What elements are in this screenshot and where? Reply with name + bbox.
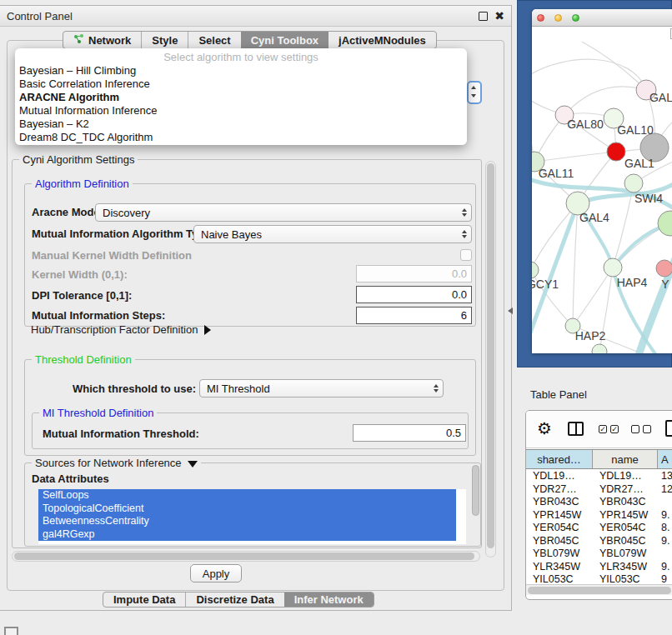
attribute-item-topologicalcoefficient[interactable]: TopologicalCoefficient	[38, 502, 456, 516]
network-view-window: GALGAL80GAL10GAL1GAL11SWI4GAL4GCY1HAP4YH…	[532, 9, 672, 353]
table-horizontal-scrollbar[interactable]	[526, 584, 672, 595]
deselect-all-checkbox-icon[interactable]	[643, 425, 651, 433]
network-icon	[73, 33, 88, 47]
network-node-y[interactable]	[656, 260, 672, 277]
algorithm-option-mutual-information-inference[interactable]: Mutual Information Inference	[15, 104, 467, 118]
network-node-hap4[interactable]	[604, 258, 622, 277]
tab-cyni-toolbox[interactable]: Cyni Toolbox	[241, 32, 328, 48]
hub-transcription-factor-expander[interactable]: Hub/Transcription Factor Definition	[31, 323, 211, 336]
algorithm-option-list: Bayesian – Hill ClimbingBasic Correlatio…	[15, 64, 467, 144]
close-window-icon[interactable]	[537, 14, 544, 22]
algorithm-option-bayesian-k2[interactable]: Bayesian – K2	[15, 118, 467, 131]
mi-algorithm-type-combo[interactable]: Naive Bayes	[193, 225, 472, 243]
control-panel-tab-bar: NetworkStyleSelectCyni ToolboxjActiveMNo…	[63, 31, 437, 49]
table-cell	[658, 548, 672, 561]
network-canvas[interactable]: GALGAL80GAL10GAL1GAL11SWI4GAL4GCY1HAP4YH…	[532, 27, 672, 353]
tab-label: Discretize Data	[196, 593, 273, 606]
float-panel-icon[interactable]	[479, 12, 488, 21]
tab-label: Impute Data	[113, 593, 175, 606]
node-label-gal4: GAL4	[579, 211, 609, 224]
mi-steps-field[interactable]	[356, 307, 472, 324]
algorithm-option-dream8-dc-tdc-algorithm[interactable]: Dream8 DC_TDC Algorithm	[15, 131, 467, 144]
column-header-shared[interactable]: shared…	[526, 450, 593, 468]
mi-threshold-field[interactable]	[353, 424, 466, 442]
kernel-width-field[interactable]	[356, 265, 472, 282]
column-header-name[interactable]: name	[593, 450, 658, 468]
attribute-item-betweennesscentrality[interactable]: BetweennessCentrality	[38, 515, 456, 528]
network-window-titlebar	[532, 9, 672, 27]
table-row[interactable]: YPR145WYPR145W9.	[526, 509, 672, 522]
mi-threshold-definition-group: MI Threshold Definition Mutual Informati…	[32, 412, 469, 449]
algorithm-dropdown-popup: Select algorithm to view settings Bayesi…	[15, 48, 467, 145]
node-label-gal: GAL	[649, 91, 672, 104]
table-panel-window: ⚙ ✓ ✓ shared…nameA YDL19…YDL19…13YDR27…Y…	[525, 410, 672, 600]
table-row[interactable]: YBR045CYBR045C9.	[526, 535, 672, 548]
network-node[interactable]	[592, 344, 607, 353]
node-label-hap2: HAP2	[575, 329, 606, 342]
algorithm-option-basic-correlation-inference[interactable]: Basic Correlation Inference	[15, 78, 467, 91]
attribute-item-selfloops[interactable]: SelfLoops	[38, 489, 456, 502]
split-columns-icon[interactable]	[568, 422, 584, 436]
gear-icon[interactable]: ⚙	[537, 418, 552, 438]
tab-jactivemnodules[interactable]: jActiveMNodules	[328, 32, 436, 48]
tab-select[interactable]: Select	[188, 32, 240, 48]
apply-button[interactable]: Apply	[190, 564, 242, 582]
table-cell: YBR045C	[593, 535, 658, 548]
tab-label: jActiveMNodules	[339, 34, 426, 47]
network-node-gcy1[interactable]	[532, 262, 539, 278]
table-row[interactable]: YDR27…YDR27…12	[526, 483, 672, 497]
dpi-tolerance-field[interactable]	[356, 286, 472, 303]
close-panel-icon[interactable]: ✖	[494, 10, 504, 22]
tab-infer-network[interactable]: Infer Network	[284, 592, 374, 607]
algorithm-definition-title: Algorithm Definition	[32, 178, 133, 190]
pane-divider-arrow-icon[interactable]	[508, 308, 513, 314]
table-row[interactable]: YDL19…YDL19…13	[526, 470, 672, 483]
threshold-definition-title: Threshold Definition	[32, 353, 135, 366]
combo-stepper-icon	[458, 208, 471, 217]
deselect-all-checkbox-icon[interactable]	[631, 425, 639, 433]
mi-steps-label: Mutual Information Steps:	[32, 309, 165, 322]
which-threshold-combo[interactable]: MI Threshold	[199, 379, 444, 398]
tab-style[interactable]: Style	[141, 32, 188, 48]
cyni-bottom-tab-bar: Impute DataDiscretize DataInfer Network	[103, 592, 374, 608]
network-node-swi4[interactable]	[624, 174, 643, 192]
tab-network[interactable]: Network	[63, 32, 141, 48]
manual-kernel-width-checkbox[interactable]	[460, 249, 472, 261]
algorithm-combo-stepper[interactable]	[467, 81, 482, 104]
combo-stepper-icon	[458, 230, 471, 238]
tab-label: Select	[198, 34, 230, 47]
aracne-mode-combo[interactable]: Discovery	[95, 203, 472, 222]
table-row[interactable]: YLR345WYLR345W9.	[526, 561, 672, 574]
tab-impute-data[interactable]: Impute Data	[103, 592, 185, 607]
network-node[interactable]	[658, 211, 672, 236]
table-panel-title: Table Panel	[530, 388, 587, 401]
combo-stepper-icon	[429, 384, 443, 392]
attribute-list-scrollbar[interactable]	[472, 465, 479, 516]
sources-expander[interactable]: Sources for Network Inference	[32, 457, 201, 469]
settings-horizontal-scrollbar[interactable]	[12, 551, 480, 562]
manual-kernel-width-label: Manual Kernel Width Definition	[32, 249, 192, 262]
table-row[interactable]: YBL079WYBL079W	[526, 548, 672, 561]
algorithm-option-aracne-algorithm[interactable]: ARACNE Algorithm	[15, 91, 467, 104]
zoom-window-icon[interactable]	[572, 14, 579, 22]
select-all-checkbox-icon[interactable]: ✓	[610, 425, 619, 433]
collapsed-panel-icon[interactable]	[4, 627, 18, 635]
column-header-a[interactable]: A	[658, 450, 672, 468]
table-body: YDL19…YDL19…13YDR27…YDR27…12YBR043CYBR04…	[526, 470, 672, 586]
minimize-window-icon[interactable]	[554, 14, 562, 22]
data-attributes-label: Data Attributes	[32, 472, 109, 485]
network-node-gal1[interactable]	[607, 142, 625, 161]
algorithm-option-bayesian-hill-climbing[interactable]: Bayesian – Hill Climbing	[15, 64, 467, 78]
control-panel-title: Control Panel	[7, 10, 73, 22]
attribute-item-gal4rgexp[interactable]: gal4RGexp	[38, 528, 456, 542]
table-header-row: shared…nameA	[526, 449, 672, 469]
settings-vertical-scrollbar[interactable]	[485, 161, 496, 558]
tab-discretize-data[interactable]: Discretize Data	[185, 592, 283, 607]
table-cell: 9.	[658, 535, 672, 548]
table-cell: YLR345W	[593, 561, 658, 574]
table-row[interactable]: YBR043CYBR043C	[526, 496, 672, 509]
select-all-checkbox-icon[interactable]: ✓	[599, 425, 607, 433]
export-table-icon[interactable]	[665, 420, 672, 437]
dpi-tolerance-label: DPI Tolerance [0,1]:	[32, 289, 132, 302]
table-row[interactable]: YER054CYER054C8.	[526, 522, 672, 535]
